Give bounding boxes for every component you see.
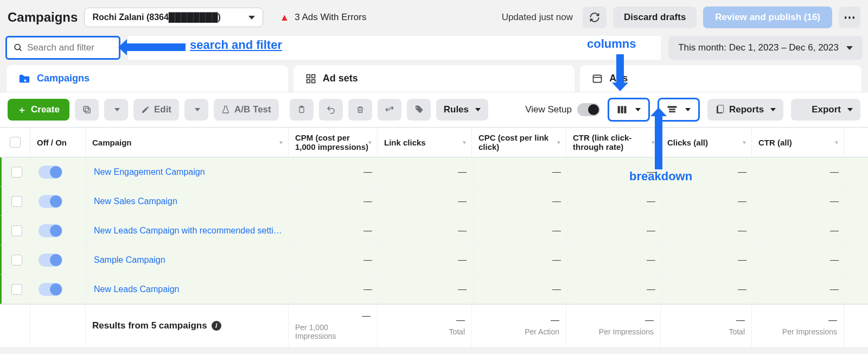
footer-spacer [0, 305, 30, 347]
header-cpm[interactable]: CPM (cost per 1,000 impressions)▼ [289, 128, 378, 157]
sort-icon: ▼ [367, 140, 373, 146]
search-input[interactable] [27, 42, 112, 53]
campaign-link[interactable]: New Engagement Campaign [94, 167, 205, 177]
checkbox-icon [11, 196, 22, 207]
undo-button[interactable] [319, 99, 343, 121]
export-button[interactable]: Export [791, 99, 860, 121]
toggle-on-icon [39, 254, 62, 267]
header-clicksall[interactable]: Clicks (all)▼ [661, 128, 752, 157]
checkbox-icon [11, 167, 22, 178]
row-clicks: — [662, 216, 754, 245]
table-body: New Engagement Campaign——————New Sales C… [0, 157, 868, 304]
header-offon[interactable]: Off / On [30, 128, 86, 157]
table-row[interactable]: New Engagement Campaign—————— [0, 157, 868, 187]
account-name: Rochi Zalani (8364████████) [92, 12, 221, 22]
columns-button[interactable] [608, 98, 650, 122]
row-campaign[interactable]: Sample Campaign [87, 245, 290, 274]
header-campaign[interactable]: Campaign▼ [86, 128, 289, 157]
sort-icon: ▼ [834, 140, 839, 146]
delete-button[interactable] [348, 99, 372, 121]
rules-button[interactable]: Rules [436, 99, 488, 121]
edit-dropdown[interactable] [184, 99, 208, 121]
row-ctrall: — [754, 157, 846, 186]
campaign-link[interactable]: New Sales Campaign [94, 197, 177, 206]
row-cpc: — [474, 216, 568, 245]
abtest-button[interactable]: A/B Test [214, 99, 279, 121]
row-checkbox[interactable] [2, 275, 32, 304]
row-campaign[interactable]: New Leads Campaign [87, 275, 290, 304]
checkbox-icon [11, 255, 22, 266]
paste-button[interactable] [290, 99, 314, 121]
svg-rect-3 [307, 74, 310, 78]
table-row[interactable]: Sample Campaign—————— [0, 245, 868, 275]
svg-rect-7 [593, 75, 602, 82]
duplicate-dropdown[interactable] [104, 99, 128, 121]
create-button[interactable]: ＋ Create [8, 99, 69, 121]
svg-rect-16 [624, 106, 626, 113]
table-row[interactable]: New Sales Campaign—————— [0, 187, 868, 216]
row-toggle[interactable] [32, 157, 87, 186]
row-checkbox[interactable] [2, 216, 32, 245]
plus-icon: ＋ [17, 104, 27, 116]
tab-label: Ads [609, 73, 628, 84]
table-row[interactable]: New Leads Campaign with recommended sett… [0, 216, 868, 245]
chevron-down-icon [248, 16, 255, 20]
header-checkbox[interactable] [0, 128, 30, 157]
errors-notice[interactable]: ▲ 3 Ads With Errors [279, 12, 366, 23]
tab-label: Ad sets [323, 73, 358, 84]
header-cpc[interactable]: CPC (cost per link click)▼ [472, 128, 566, 157]
table-row[interactable]: New Leads Campaign—————— [0, 275, 868, 304]
tab-adsets[interactable]: Ad sets [293, 65, 575, 92]
row-campaign[interactable]: New Leads Campaign with recommended sett… [87, 216, 290, 245]
row-toggle[interactable] [32, 245, 87, 274]
toggle-on-icon [39, 166, 62, 179]
sort-icon: ▼ [650, 140, 656, 146]
chevron-down-icon [195, 108, 200, 111]
tab-ads[interactable]: Ads [580, 65, 861, 92]
campaign-link[interactable]: New Leads Campaign with recommended sett… [94, 226, 282, 236]
row-link: — [379, 245, 474, 274]
warning-icon: ▲ [279, 12, 289, 23]
row-campaign[interactable]: New Engagement Campaign [87, 157, 290, 186]
row-toggle[interactable] [32, 216, 87, 245]
campaign-link[interactable]: New Leads Campaign [94, 285, 179, 294]
compare-button[interactable] [378, 99, 401, 121]
more-menu-button[interactable]: ⋯ [839, 7, 860, 28]
footer-ctrall: —Per Impressions [752, 305, 844, 347]
row-campaign[interactable]: New Sales Campaign [87, 187, 290, 216]
footer-results-text: Results from 5 campaigns [92, 320, 207, 331]
reports-button[interactable]: Reports [707, 99, 783, 121]
tag-button[interactable] [407, 99, 431, 121]
discard-drafts-button[interactable]: Discard drafts [613, 7, 697, 28]
row-checkbox[interactable] [2, 157, 32, 186]
svg-rect-14 [618, 106, 620, 113]
row-checkbox[interactable] [2, 187, 32, 216]
checkbox-icon [11, 225, 22, 236]
view-setup-toggle[interactable]: View Setup [525, 103, 600, 116]
svg-rect-17 [668, 106, 677, 108]
edit-button[interactable]: Edit [133, 99, 179, 121]
search-box[interactable] [5, 36, 120, 60]
refresh-button[interactable] [583, 7, 607, 28]
tab-campaigns[interactable]: ▲ Campaigns [7, 65, 288, 92]
row-cpm: — [290, 245, 379, 274]
info-icon[interactable]: i [212, 321, 221, 331]
header-linkclicks[interactable]: Link clicks▼ [378, 128, 472, 157]
row-link: — [379, 157, 474, 186]
toggle-on-icon [39, 195, 62, 208]
row-checkbox[interactable] [2, 245, 32, 274]
svg-rect-19 [669, 111, 675, 113]
header-ctrall[interactable]: CTR (all)▼ [752, 128, 844, 157]
account-selector[interactable]: Rochi Zalani (8364████████) [84, 8, 263, 27]
duplicate-button[interactable] [75, 99, 99, 121]
row-ctrall: — [754, 216, 846, 245]
row-toggle[interactable] [32, 275, 87, 304]
header-ctr[interactable]: CTR (link click-through rate)▼ [566, 128, 661, 157]
toggle-switch[interactable] [577, 103, 600, 116]
columns-icon [617, 105, 628, 115]
breakdown-button[interactable] [658, 98, 700, 122]
row-toggle[interactable] [32, 187, 87, 216]
review-publish-button[interactable]: Review and publish (16) [703, 7, 832, 28]
campaign-link[interactable]: Sample Campaign [94, 255, 165, 265]
date-range-selector[interactable]: This month: Dec 1, 2023 – Dec 6, 2023 [668, 36, 863, 60]
